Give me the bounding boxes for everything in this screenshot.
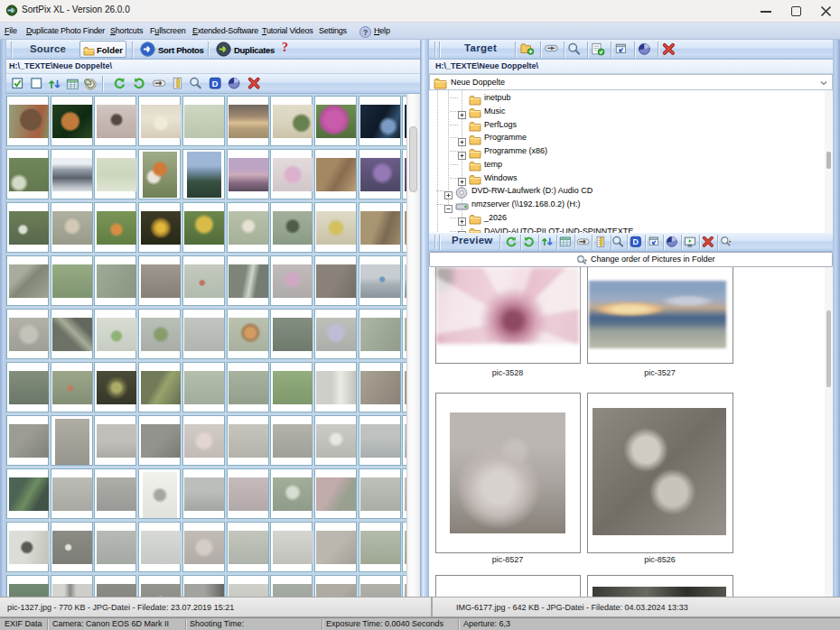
svg-text:?: ? <box>363 28 368 37</box>
svg-text:D: D <box>212 79 219 88</box>
svg-text:D: D <box>633 237 639 246</box>
